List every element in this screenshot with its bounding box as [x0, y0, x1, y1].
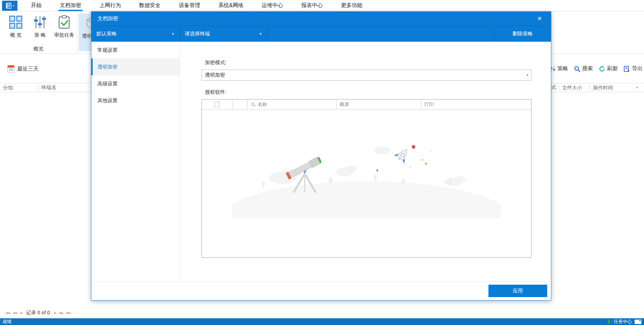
dialog-title: 文档加密 [91, 15, 118, 22]
terminal-dropdown-value: 请选择终端 [185, 31, 210, 37]
approval-tasks-button[interactable]: 审批任务 [53, 15, 75, 38]
dialog-main: 加密模式: 透明加密 ▾ 授权软件: [180, 42, 551, 281]
search-label: 搜索 [582, 65, 593, 72]
policy-button[interactable]: 策 略 [29, 15, 51, 38]
first-page-button[interactable]: ❘◀◀ [3, 311, 9, 315]
policy-dropdown-value: 默认策略 [96, 31, 117, 37]
column-header-name[interactable]: 名称 [248, 99, 337, 110]
menu-item-system-network[interactable]: 系统&网络 [217, 0, 245, 11]
column-header-group[interactable]: 分组 [0, 85, 38, 90]
chevron-down-icon: ▾ [13, 4, 14, 7]
app-menu-button[interactable]: ▾ [2, 1, 17, 11]
prev-group-button[interactable]: ◀◀ [12, 311, 16, 315]
ribbon-group-label: 概览 [0, 46, 77, 52]
menu-item-data-security[interactable]: 数据安全 [138, 0, 162, 11]
doc-encryption-dialog: 文档加密 ✕ 默认策略 ▼ 请选择终端 ▼ 删除策略 常规设置 透明加密 高级设… [91, 11, 551, 300]
policy-toolbar-label: 策略 [557, 65, 568, 72]
sidebar-item-other[interactable]: 其他设置 [91, 92, 179, 109]
apply-button[interactable]: 应用 [488, 285, 547, 297]
select-all-checkbox[interactable] [214, 102, 220, 107]
column-header-print[interactable]: 打印 [421, 99, 531, 110]
software-table-body [202, 110, 531, 258]
document-list-icon [5, 2, 12, 9]
terminal-table-header: 分组 终端名 [0, 83, 91, 92]
terminal-dropdown[interactable]: 请选择终端 ▼ [180, 26, 267, 42]
date-filter-button[interactable]: 23 最近三天 [7, 65, 39, 73]
chevron-down-icon: ▼ [171, 32, 174, 36]
software-table-header: 名称 截屏 打印 [202, 99, 531, 110]
refresh-button[interactable]: 刷新 [599, 65, 618, 72]
chevron-down-icon[interactable]: ▼ [636, 86, 639, 89]
status-bar: 就绪 任务中心 [0, 318, 644, 325]
menu-bar: ▾ 开始 文档加密 上网行为 数据安全 设备管理 系统&网络 运维中心 报表中心… [0, 0, 644, 11]
encryption-mode-select[interactable]: 透明加密 ▾ [202, 70, 531, 81]
approval-tasks-label: 审批任务 [54, 32, 74, 38]
prev-page-button[interactable]: ◀ [19, 311, 22, 315]
search-icon [574, 66, 581, 72]
record-count-label: 记录 0 of 0 [26, 310, 50, 316]
sidebar-item-transparent-encryption[interactable]: 透明加密 [91, 58, 179, 75]
search-button[interactable]: 搜索 [574, 65, 593, 72]
sliders-icon [33, 15, 47, 30]
column-header-optime[interactable]: 操作时间 [590, 85, 636, 90]
file-table-header: 式 文件大小 操作时间 ▼ [551, 83, 644, 92]
menu-item-device-mgmt[interactable]: 设备管理 [177, 0, 202, 11]
column-header-name-label: 名称 [258, 101, 267, 108]
policy-toolbar-button[interactable]: 策略 [550, 65, 568, 72]
export-label: 导出 [632, 65, 643, 72]
next-group-button[interactable]: ▶▶ [59, 311, 63, 315]
policy-label: 策 略 [34, 32, 46, 38]
chevron-down-icon: ▼ [259, 32, 262, 36]
dialog-title-bar: 文档加密 ✕ [91, 12, 551, 26]
menu-item-report-center[interactable]: 报表中心 [300, 0, 324, 11]
refresh-icon [599, 66, 605, 72]
delete-policy-button[interactable]: 删除策略 [494, 26, 551, 42]
menu-items: 开始 文档加密 上网行为 数据安全 设备管理 系统&网络 运维中心 报表中心 更… [30, 0, 379, 11]
ribbon-group-overview: 概 览 [0, 11, 77, 54]
chevron-down-icon: ▾ [526, 73, 528, 77]
sidebar-item-advanced[interactable]: 高级设置 [91, 75, 179, 92]
menu-item-start[interactable]: 开始 [30, 0, 43, 11]
right-toolbar: 策略 搜索 刷新 [550, 65, 643, 72]
column-header-filesize[interactable]: 文件大小 [559, 85, 590, 90]
dialog-header-row: 默认策略 ▼ 请选择终端 ▼ 删除策略 [91, 26, 551, 42]
authorized-software-label: 授权软件: [205, 89, 226, 95]
column-header-terminal[interactable]: 终端名 [38, 84, 56, 91]
close-icon[interactable]: ✕ [533, 12, 546, 26]
menu-item-doc-encryption[interactable]: 文档加密 [58, 0, 83, 11]
last-page-button[interactable]: ▶▶❘ [67, 311, 73, 315]
overview-button[interactable]: 概 览 [5, 15, 27, 38]
dialog-footer: 应用 [91, 281, 551, 300]
encryption-mode-value: 透明加密 [202, 72, 225, 78]
calendar-icon: 23 [7, 65, 14, 73]
menu-item-more[interactable]: 更多功能 [340, 0, 364, 11]
export-icon [624, 66, 630, 72]
next-page-button[interactable]: ▶ [54, 311, 56, 315]
overview-label: 概 览 [10, 32, 22, 38]
column-header-screenshot[interactable]: 截屏 [337, 99, 421, 110]
task-window-icon[interactable] [635, 320, 641, 324]
menu-item-web-behavior[interactable]: 上网行为 [98, 0, 122, 11]
grid-icon [8, 15, 23, 30]
app-window: ▾ 开始 文档加密 上网行为 数据安全 设备管理 系统&网络 运维中心 报表中心… [0, 0, 644, 325]
status-ready-label: 就绪 [0, 319, 12, 325]
sidebar-item-general[interactable]: 常规设置 [91, 42, 179, 58]
column-header-blank [232, 99, 248, 110]
authorized-software-table: 名称 截屏 打印 [202, 99, 531, 258]
refresh-label: 刷新 [607, 65, 618, 72]
pagination: ❘◀◀ ◀◀ ◀ 记录 0 of 0 ▶ ▶▶ ▶▶❘ [3, 310, 73, 316]
date-filter-label: 最近三天 [17, 66, 39, 73]
calendar-day: 23 [8, 68, 14, 72]
menu-item-ops-center[interactable]: 运维中心 [260, 0, 285, 11]
download-arrow-icon [606, 319, 611, 324]
encryption-mode-label: 加密模式: [205, 59, 226, 66]
task-center-button[interactable]: 任务中心 [614, 319, 632, 325]
clipboard-check-icon [57, 15, 72, 30]
empty-state-illustration [232, 141, 501, 218]
search-icon [251, 102, 256, 107]
column-header-partial[interactable]: 式 [551, 84, 559, 91]
policy-dropdown[interactable]: 默认策略 ▼ [91, 26, 180, 42]
dialog-sidebar: 常规设置 透明加密 高级设置 其他设置 [91, 42, 180, 281]
export-button[interactable]: 导出 [624, 65, 643, 72]
